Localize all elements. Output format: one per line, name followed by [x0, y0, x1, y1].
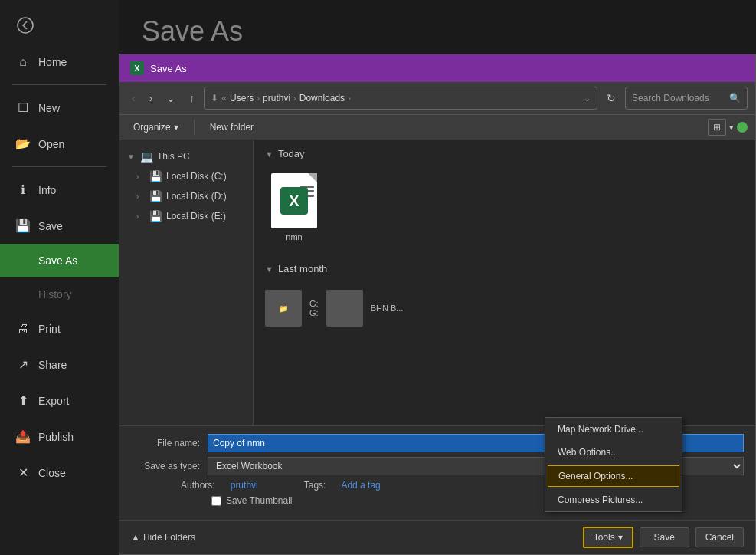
tools-dropdown-menu: Map Network Drive... Web Options... Gene… [545, 417, 682, 512]
save-as-dialog: X Save As ‹ › ⌄ ↑ ⬇ « Users › pruthvi [119, 54, 756, 555]
local-d-label: Local Disk (D:) [166, 191, 227, 202]
actions-bar: Organize ▾ New folder ⊞ ▾ [119, 115, 755, 140]
authors-label: Authors: [181, 480, 215, 491]
sidebar-item-share-label: Share [38, 359, 67, 371]
tags-label: Tags: [304, 480, 326, 491]
sidebar-item-close[interactable]: ✕ Close [0, 455, 119, 491]
dropdown-web-options[interactable]: Web Options... [545, 441, 682, 464]
dropdown-nav-button[interactable]: ⌄ [162, 89, 180, 107]
local-c-chevron-icon: › [136, 172, 146, 181]
file-name-nmn: nmn [286, 232, 302, 241]
info-icon: ℹ [15, 182, 31, 197]
search-placeholder: Search Downloads [632, 93, 709, 103]
new-icon: ☐ [15, 100, 31, 115]
sidebar-divider-2 [12, 166, 106, 167]
organize-button[interactable]: Organize ▾ [127, 120, 185, 135]
local-e-icon: 💾 [149, 210, 162, 222]
search-box: Search Downloads 🔍 [625, 87, 748, 110]
dropdown-map-network[interactable]: Map Network Drive... [545, 418, 682, 441]
sidebar-item-history: History [0, 278, 119, 311]
view-grid-button[interactable]: ⊞ [708, 119, 726, 136]
sidebar-item-save-as-label: Save As [38, 255, 77, 267]
local-d-chevron-icon: › [136, 192, 146, 201]
sidebar-item-info[interactable]: ℹ Info [0, 172, 119, 208]
save-button[interactable]: Save [640, 527, 689, 547]
address-bar[interactable]: ⬇ « Users › pruthvi › Downloads › ⌄ [204, 87, 597, 110]
excel-title-icon: X [130, 61, 144, 75]
sidebar-item-print[interactable]: 🖨 Print [0, 311, 119, 346]
bhn-icon [326, 290, 363, 327]
extra-items: 📁 G: G: BHN B... [265, 290, 744, 327]
nav-item-local-c[interactable]: › 💾 Local Disk (C:) [119, 166, 253, 186]
content-panel: ▼ Today X [254, 140, 755, 425]
section-lastmonth-header[interactable]: ▼ Last month [265, 263, 744, 274]
section-lastmonth-label: Last month [278, 263, 327, 274]
address-pruthvi: pruthvi [263, 93, 290, 103]
sidebar-item-home-label: Home [38, 56, 67, 68]
thumbnail-label: Save Thumbnail [226, 495, 293, 506]
share-icon: ↗ [15, 357, 31, 372]
sidebar-item-new[interactable]: ☐ New [0, 90, 119, 126]
sidebar-item-share[interactable]: ↗ Share [0, 346, 119, 383]
sidebar-item-open[interactable]: 📂 Open [0, 126, 119, 162]
bhn-label: BHN B... [371, 304, 404, 313]
back-nav-button[interactable]: ‹ [127, 89, 140, 107]
hide-folders-label: Hide Folders [143, 532, 195, 543]
thumbnail-checkbox[interactable] [211, 496, 221, 506]
address-sep-1: › [257, 94, 260, 103]
local-e-chevron-icon: › [136, 212, 146, 221]
view-chevron[interactable]: ▾ [729, 123, 734, 133]
open-icon: 📂 [15, 136, 31, 151]
tools-arrow-icon: ▾ [618, 532, 623, 543]
this-pc-icon: 💻 [140, 150, 153, 163]
nav-item-this-pc[interactable]: ▼ 💻 This PC [119, 146, 253, 166]
cancel-button[interactable]: Cancel [695, 527, 744, 547]
dropdown-general-options[interactable]: General Options... [548, 465, 679, 487]
dropdown-compress-pictures[interactable]: Compress Pictures... [545, 488, 682, 511]
sidebar-item-open-label: Open [38, 138, 64, 150]
sidebar-item-publish[interactable]: 📤 Publish [0, 419, 119, 455]
forward-nav-button[interactable]: › [145, 89, 158, 107]
address-downloads: Downloads [299, 93, 345, 103]
file-browser: ▼ 💻 This PC › 💾 Local Disk (C:) › 💾 Loca… [119, 140, 755, 425]
address-sep-3: › [348, 94, 351, 103]
excel-badge: X [280, 187, 308, 215]
hide-folders-arrow-icon: ▲ [131, 532, 140, 543]
local-c-label: Local Disk (C:) [166, 171, 227, 182]
print-icon: 🖨 [15, 322, 31, 336]
search-icon[interactable]: 🔍 [729, 93, 741, 103]
file-grid-today: X nmn [265, 167, 744, 248]
sidebar-item-save-as[interactable]: Save As [0, 244, 119, 278]
section-today-header[interactable]: ▼ Today [265, 148, 744, 159]
actions-separator [194, 120, 195, 135]
this-pc-chevron-icon: ▼ [127, 153, 136, 161]
publish-icon: 📤 [15, 429, 31, 444]
sidebar-item-save[interactable]: 💾 Save [0, 208, 119, 244]
sidebar-item-info-label: Info [38, 184, 56, 196]
new-folder-button[interactable]: New folder [204, 120, 260, 135]
refresh-button[interactable]: ↻ [602, 89, 620, 107]
sidebar-item-history-label: History [38, 288, 72, 300]
sidebar-item-export[interactable]: ⬆ Export [0, 383, 119, 419]
authors-value[interactable]: pruthvi [231, 480, 258, 491]
tags-value[interactable]: Add a tag [341, 480, 380, 491]
nav-item-local-e[interactable]: › 💾 Local Disk (E:) [119, 206, 253, 226]
hide-folders-button[interactable]: ▲ Hide Folders [131, 532, 195, 543]
local-c-icon: 💾 [149, 170, 162, 182]
sidebar-item-save-label: Save [38, 220, 63, 232]
file-toolbar: ‹ › ⌄ ↑ ⬇ « Users › pruthvi › Downloads … [119, 82, 755, 115]
organize-label: Organize [133, 122, 171, 133]
sidebar-item-new-label: New [38, 102, 60, 114]
nav-item-local-d[interactable]: › 💾 Local Disk (D:) [119, 186, 253, 206]
back-button[interactable] [6, 6, 44, 44]
export-icon: ⬆ [15, 393, 31, 408]
green-status-dot [737, 122, 748, 133]
tools-label: Tools [594, 532, 615, 543]
tools-button[interactable]: Tools ▾ [583, 527, 633, 548]
file-item-nmn[interactable]: X nmn [265, 167, 323, 248]
today-chevron-icon: ▼ [265, 149, 273, 159]
this-pc-label: This PC [157, 151, 190, 162]
up-nav-button[interactable]: ↑ [185, 89, 199, 107]
dialog-overlay: X Save As ‹ › ⌄ ↑ ⬇ « Users › pruthvi [119, 0, 756, 555]
sidebar-item-home[interactable]: ⌂ Home [0, 44, 119, 80]
